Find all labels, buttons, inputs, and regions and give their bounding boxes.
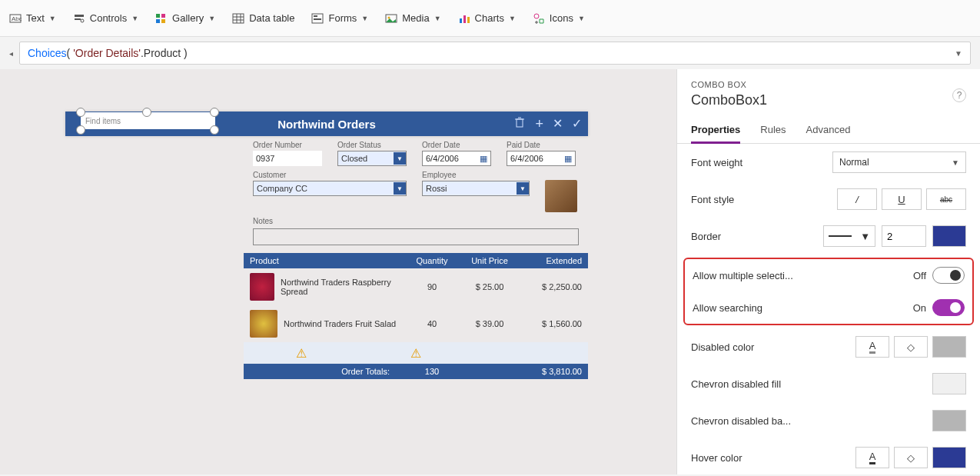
ribbon-icons-label: Icons	[550, 12, 573, 24]
selection-handle[interactable]	[76, 125, 85, 135]
ribbon-text[interactable]: Abc Text ▼	[9, 12, 56, 25]
ribbon-media[interactable]: Media ▼	[385, 12, 440, 25]
chevron-disabled-back-picker[interactable]	[932, 410, 966, 431]
check-icon[interactable]: ✓	[572, 116, 582, 132]
svg-point-4	[81, 19, 84, 22]
employee-avatar	[545, 180, 577, 212]
toggle-state-label: On	[913, 302, 926, 314]
customer-dropdown[interactable]: Company CC▼	[253, 181, 407, 196]
underline-button[interactable]: U	[882, 188, 922, 210]
label-notes: Notes	[253, 217, 579, 225]
label-paid-date: Paid Date	[507, 141, 576, 149]
tab-advanced[interactable]: Advanced	[806, 118, 851, 143]
employee-dropdown[interactable]: Rossi▼	[422, 181, 530, 196]
prop-font-style: Font style / U abc	[677, 181, 980, 218]
hover-color-picker[interactable]	[932, 447, 966, 468]
label-order-date: Order Date	[422, 141, 491, 149]
border-width-input[interactable]	[882, 225, 926, 247]
text-icon: Abc	[9, 12, 22, 25]
ribbon-media-label: Media	[402, 12, 429, 24]
formula-bar: ◂ Choices( 'Order Details'.Product ) ▼	[0, 37, 980, 69]
chevron-down-icon: ▼	[952, 158, 959, 167]
order-status-dropdown[interactable]: Closed▼	[337, 151, 407, 166]
canvas-area: Northwind Orders + ✕ ✓ Find items Order …	[0, 69, 980, 474]
ribbon-controls[interactable]: Controls ▼	[73, 12, 138, 25]
formula-input[interactable]: Choices( 'Order Details'.Product ) ▼	[19, 42, 971, 65]
ribbon-gallery-label: Gallery	[172, 12, 204, 24]
product-qty: 40	[405, 319, 459, 328]
ribbon-gallery[interactable]: Gallery ▼	[155, 12, 215, 25]
formula-text: Choices( 'Order Details'.Product )	[28, 47, 188, 59]
italic-button[interactable]: /	[837, 188, 877, 210]
prop-border: Border ▼	[677, 218, 980, 255]
fill-color-button[interactable]: ◇	[894, 336, 928, 358]
ribbon-forms-label: Forms	[328, 12, 357, 24]
svg-rect-6	[161, 14, 165, 18]
close-icon[interactable]: ✕	[553, 116, 563, 132]
chevron-disabled-fill-picker[interactable]	[932, 373, 966, 394]
toggle-state-label: Off	[913, 270, 926, 281]
plus-icon[interactable]: +	[535, 116, 543, 132]
ribbon-icons[interactable]: Icons ▼	[533, 12, 585, 25]
label-employee: Employee	[422, 171, 530, 179]
tab-properties[interactable]: Properties	[691, 118, 740, 144]
table-row[interactable]: Northwind Traders Raspberry Spread 90 $ …	[244, 268, 588, 305]
control-name[interactable]: ComboBox1	[691, 92, 966, 108]
chevron-down-icon: ▼	[131, 15, 138, 22]
chevron-down-icon: ▼	[394, 182, 406, 195]
product-name: Northwind Traders Raspberry Spread	[281, 278, 405, 296]
product-ext: $ 2,250.00	[520, 282, 582, 291]
notes-input[interactable]	[253, 228, 579, 245]
fill-color-button[interactable]: ◇	[894, 447, 928, 468]
paid-date-picker[interactable]: 6/4/2006▦	[507, 151, 576, 166]
strike-button[interactable]: abc	[926, 188, 966, 210]
border-color-picker[interactable]	[932, 225, 966, 247]
font-color-button[interactable]: A	[855, 336, 889, 358]
formula-expand-icon[interactable]: ◂	[9, 49, 13, 58]
tab-rules[interactable]: Rules	[760, 118, 786, 143]
help-icon[interactable]: ?	[952, 88, 966, 102]
svg-rect-20	[463, 15, 466, 23]
app-preview: Northwind Orders + ✕ ✓ Find items Order …	[65, 112, 588, 136]
totals-ext: $ 3,810.00	[520, 367, 582, 376]
svg-rect-19	[460, 18, 462, 23]
svg-rect-9	[233, 14, 244, 23]
allow-multiple-toggle[interactable]	[932, 267, 965, 284]
font-weight-dropdown[interactable]: Normal▼	[832, 151, 966, 173]
media-icon	[385, 12, 397, 25]
totals-qty: 130	[405, 367, 459, 376]
svg-rect-8	[161, 19, 165, 23]
canvas-main[interactable]: Northwind Orders + ✕ ✓ Find items Order …	[0, 69, 676, 474]
selection-handle[interactable]	[142, 108, 151, 117]
calendar-icon: ▦	[480, 154, 487, 164]
label-order-status: Order Status	[337, 141, 407, 149]
order-date-picker[interactable]: 6/4/2006▦	[422, 151, 491, 166]
product-thumbnail	[250, 310, 277, 338]
table-row[interactable]: Northwind Traders Fruit Salad 40 $ 39.00…	[244, 305, 588, 342]
svg-rect-5	[156, 14, 160, 18]
chevron-down-icon: ▼	[394, 152, 406, 165]
chevron-down-icon[interactable]: ▼	[955, 49, 962, 58]
col-extended: Extended	[520, 256, 582, 265]
ribbon-charts[interactable]: Charts ▼	[458, 12, 516, 25]
trash-icon[interactable]	[513, 116, 526, 132]
chevron-down-icon: ▼	[860, 231, 870, 242]
selection-handle[interactable]	[76, 108, 85, 117]
product-unit: $ 39.00	[459, 319, 520, 328]
border-style-dropdown[interactable]: ▼	[823, 225, 875, 247]
ribbon-forms[interactable]: Forms ▼	[311, 12, 368, 25]
allow-searching-toggle[interactable]	[932, 299, 965, 316]
product-qty: 90	[405, 282, 459, 291]
selection-handle[interactable]	[210, 125, 219, 135]
selection-handle[interactable]	[210, 108, 219, 117]
ribbon-datatable[interactable]: Data table	[232, 12, 294, 25]
properties-tabs: Properties Rules Advanced	[677, 118, 980, 144]
app-header-actions: + ✕ ✓	[513, 116, 582, 132]
chevron-down-icon: ▼	[578, 15, 585, 22]
datatable-icon	[232, 12, 244, 25]
prop-chevron-disabled-fill: Chevron disabled fill	[677, 365, 980, 402]
font-color-button[interactable]: A	[855, 447, 889, 468]
svg-rect-15	[314, 15, 317, 17]
disabled-color-picker[interactable]	[932, 336, 966, 358]
warning-icon: ⚠	[244, 346, 358, 361]
